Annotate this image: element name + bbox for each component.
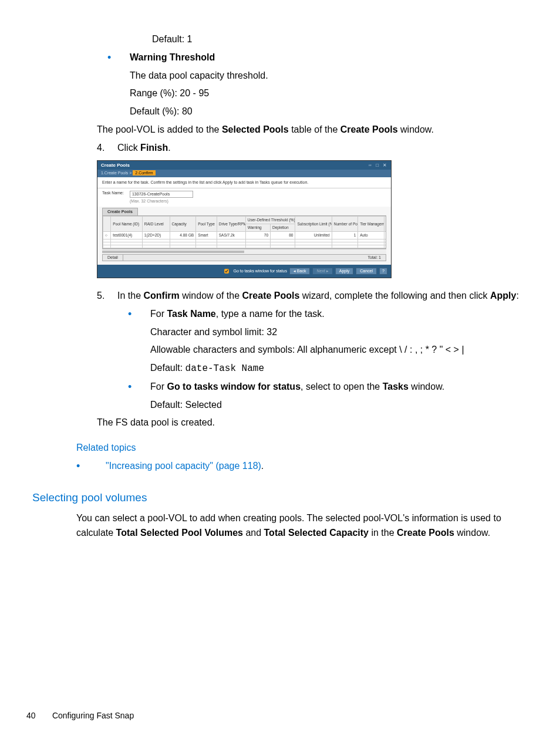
warning-threshold-default: Default (%): 80 — [130, 104, 528, 119]
col-raid[interactable]: RAID Level — [142, 217, 170, 232]
create-pools-dialog: Create Pools ⎃ □ ✕ 1.Create Pools > 2.Co… — [97, 160, 392, 278]
detail-button[interactable]: Detail — [102, 254, 123, 261]
cancel-button[interactable]: Cancel — [356, 268, 377, 275]
warning-threshold-desc: The data pool capacity threshold. — [130, 69, 528, 83]
footer-title: Configuring Fast Snap — [52, 711, 134, 720]
step-number: 5. — [97, 289, 117, 303]
bullet-icon: • — [128, 380, 150, 416]
col-cycle[interactable]: Cycle Ti — [384, 217, 386, 232]
fs-pool-created: The FS data pool is created. — [97, 416, 528, 430]
col-threshold[interactable]: User-Defined Threshold (%) — [245, 217, 295, 224]
col-depletion[interactable]: Depletion — [271, 224, 295, 231]
task-name-input[interactable]: 130726-CreatePools — [130, 191, 193, 198]
next-button: Next ▸ — [312, 268, 332, 275]
step-number: 4. — [97, 141, 117, 156]
warning-threshold-heading: Warning Threshold — [130, 50, 528, 65]
step-4: 4. Click Finish. — [97, 141, 528, 156]
dialog-instruction: Enter a name for the task. Confirm the s… — [97, 177, 391, 188]
total-count: Total: 1 — [363, 254, 386, 261]
table-row[interactable]: ○ test0001(4) 1(2D+2D) 4.88 GB Smart SAS… — [103, 231, 387, 239]
bullet-icon: • — [128, 307, 150, 380]
breadcrumb-step1[interactable]: 1.Create Pools — [101, 171, 128, 175]
help-button[interactable]: ? — [379, 268, 387, 275]
col-tier[interactable]: Tier Management — [358, 217, 384, 232]
section-paragraph: You can select a pool-VOL to add when cr… — [76, 511, 528, 541]
breadcrumb-step2: 2.Confirm — [133, 170, 155, 175]
col-pool[interactable]: Pool Name (ID) — [111, 217, 142, 232]
dialog-titlebar: Create Pools ⎃ □ ✕ — [97, 161, 391, 170]
related-link[interactable]: "Increasing pool capacity" (page 118) — [106, 461, 261, 471]
page-number: 40 — [26, 710, 50, 723]
col-warning[interactable]: Warning — [245, 224, 270, 231]
char-limit: Character and symbol limit: 32 — [150, 325, 528, 340]
apply-button[interactable]: Apply — [335, 268, 354, 275]
create-pools-tab[interactable]: Create Pools — [102, 208, 138, 215]
col-drive[interactable]: Drive Type/RPM — [217, 217, 245, 232]
col-capacity[interactable]: Capacity — [170, 217, 196, 232]
col-subscription[interactable]: Subscription Limit (%) — [295, 217, 332, 232]
allowable-chars: Allowable characters and symbols: All al… — [150, 343, 528, 357]
bullet-icon: • — [76, 459, 106, 474]
col-nvol[interactable]: Number of Pool VOLs — [332, 217, 358, 232]
goto-default: Default: Selected — [150, 398, 528, 413]
bullet-task-name: • For Task Name, type a name for the tas… — [128, 307, 528, 380]
task-name-label: Task Name: — [102, 191, 124, 195]
step-5: 5. In the Confirm window of the Create P… — [97, 289, 528, 303]
col-pool-type[interactable]: Pool Type — [196, 217, 217, 232]
related-topics-heading: Related topics — [76, 441, 528, 455]
pools-table: Pool Name (ID) RAID Level Capacity Pool … — [102, 215, 386, 248]
table-row — [103, 245, 387, 248]
row-radio[interactable]: ○ — [103, 231, 111, 239]
back-button[interactable]: ◂ Back — [289, 268, 311, 275]
goto-tasks-checkbox[interactable] — [224, 269, 229, 274]
bullet-icon: • — [107, 50, 130, 123]
dialog-title: Create Pools — [101, 163, 130, 168]
page-footer: 40 Configuring Fast Snap — [26, 710, 134, 723]
section-heading: Selecting pool volumes — [32, 489, 528, 506]
breadcrumb: 1.Create Pools > 2.Confirm — [97, 170, 391, 177]
bullet-goto-tasks: • For Go to tasks window for status, sel… — [128, 380, 528, 416]
param-default: Default: 1 — [107, 32, 528, 47]
related-bullet: • "Increasing pool capacity" (page 118). — [76, 459, 528, 474]
close-icon[interactable]: ✕ — [382, 163, 387, 168]
task-name-hint: (Max. 32 Characters) — [130, 199, 193, 204]
default-task-name: date-Task Name — [185, 363, 264, 374]
filter-icon[interactable]: ⎃ — [367, 163, 373, 168]
bullet-warning-threshold: • Warning Threshold The data pool capaci… — [107, 50, 528, 123]
warning-threshold-range: Range (%): 20 - 95 — [130, 86, 528, 101]
goto-tasks-label: Go to tasks window for status — [233, 269, 286, 274]
maximize-icon[interactable]: □ — [375, 163, 380, 168]
h-scrollbar[interactable] — [102, 249, 386, 254]
pool-added-sentence: The pool-VOL is added to the Selected Po… — [97, 123, 528, 137]
